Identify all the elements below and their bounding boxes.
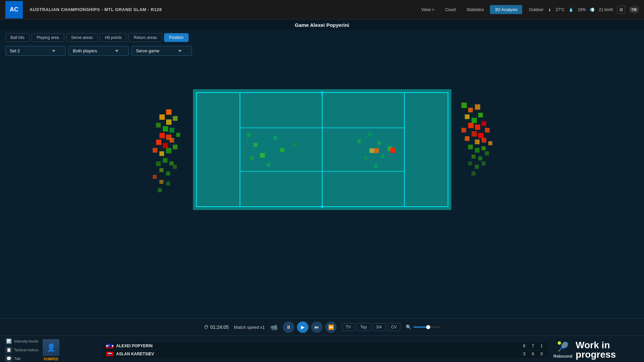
game-type-dropdown-value: Serve game [136,48,159,53]
svg-rect-73 [475,148,480,153]
player-1-score-1: 6 [521,344,527,348]
view-top-button[interactable]: Top [356,323,370,331]
svg-rect-23 [374,165,378,168]
player-1-flag: 🇦🇺 [106,344,113,348]
svg-rect-74 [482,146,486,150]
svg-rect-58 [475,104,480,110]
game-type-dropdown[interactable]: Serve game [132,46,192,56]
svg-rect-35 [169,128,174,133]
players-dropdown[interactable]: Both players [68,46,129,56]
player-2-flag: 🇷🇺 [106,352,113,356]
svg-rect-26 [390,148,396,153]
zoom-slider-container: 🔍 [406,324,440,330]
svg-rect-72 [468,145,473,149]
help-button[interactable]: ? [631,5,639,13]
svg-rect-11 [247,133,251,137]
zoom-icon: 🔍 [406,324,411,330]
svg-rect-62 [468,123,474,128]
svg-rect-33 [156,123,161,127]
nav-3d-analysis[interactable]: 3D Analysis [490,5,522,14]
svg-rect-38 [156,140,161,145]
svg-rect-30 [159,114,165,120]
camera-icon: 📹 [270,323,278,331]
svg-point-9 [321,205,324,208]
svg-rect-39 [163,143,168,148]
svg-rect-79 [468,161,472,165]
tab-serve-areas[interactable]: Serve areas [66,33,98,42]
tab-position[interactable]: Position [164,33,189,42]
svg-rect-14 [267,163,270,166]
svg-point-8 [321,91,324,94]
wind-icon: 💨 [590,7,595,12]
tab-return-areas[interactable]: Return areas [129,33,162,42]
svg-rect-56 [461,103,467,108]
svg-rect-71 [482,138,486,143]
weather-condition: Outdoor [529,7,543,12]
nav-statistics[interactable]: Statistics [462,5,489,14]
svg-rect-13 [260,153,265,158]
players-dropdown-arrow [115,50,118,52]
svg-rect-18 [294,143,297,146]
bottom-left-panel: 📊 Intensity levels 📋 Tactical instruc. 💬… [0,336,101,362]
bottom-section: ⏱ 01:24:05 Match speed x1 📹 ⏸ ▶ ⏭ ⏩ TV T… [0,318,644,362]
play-button[interactable]: ▶ [297,321,308,333]
forward-button[interactable]: ⏩ [325,321,337,333]
tab-ball-hits[interactable]: Ball hits [5,33,30,42]
weather-wind: 21 km/h [599,7,613,12]
player-avatar-area: 👤 PUMPED [43,339,59,361]
nav-court[interactable]: Court [440,5,460,14]
timer-display: ⏱ 01:24:05 [204,324,229,330]
svg-rect-43 [159,151,164,156]
sidebar-item-talk[interactable]: 💬 Talk [5,355,39,362]
svg-rect-57 [468,108,473,112]
player-1-name: ALEXEI POPYERIN [116,344,518,348]
top-navigation-bar: AC AUSTRALIAN CHAMPIONSHIPS - MTL GRAND … [0,0,644,19]
svg-rect-49 [159,168,163,172]
svg-rect-28 [369,148,374,153]
svg-rect-75 [488,141,492,145]
svg-rect-82 [472,171,476,175]
svg-rect-76 [472,155,476,159]
sidebar-item-intensity[interactable]: 📊 Intensity levels [5,338,39,345]
tab-playing-area[interactable]: Playing area [32,33,64,42]
zoom-slider[interactable] [413,326,440,328]
svg-rect-25 [364,156,367,160]
left-heatmap [119,96,193,203]
svg-rect-64 [482,121,486,126]
nav-view[interactable]: View > [416,5,439,14]
match-title: AUSTRALIAN CHAMPIONSHIPS - MTL GRAND SLA… [30,7,410,12]
svg-rect-32 [173,116,178,121]
rebound-label: Rebound [553,354,572,359]
pause-button[interactable]: ⏸ [283,321,294,333]
next-button[interactable]: ⏭ [311,321,323,333]
svg-rect-22 [381,155,384,158]
sidebar-item-tactical[interactable]: 📋 Tactical instruc. [5,347,39,353]
set-dropdown[interactable]: Set 2 [5,46,66,56]
player-2-name: ASLAN KARETSIEV [116,352,518,356]
tab-hit-points[interactable]: Hit points [100,33,127,42]
players-row: 📊 Intensity levels 📋 Tactical instruc. 💬… [0,336,644,362]
svg-rect-17 [250,156,253,160]
view-buttons: TV Top 3/4 CV [342,323,400,331]
player-avatar: 👤 [43,339,59,356]
svg-rect-44 [166,148,171,153]
view-tv-button[interactable]: TV [342,323,354,331]
settings-icon[interactable]: ⚙ [617,6,625,14]
zoom-thumb [426,325,430,329]
player-row-2[interactable]: 🇷🇺 ASLAN KARETSIEV 3 6 0 [103,350,548,358]
players-dropdown-value: Both players [73,48,97,53]
set-dropdown-arrow [52,50,55,52]
intensity-icon: 📊 [5,338,12,345]
weather-temp: 27°C [556,7,565,12]
player-row-1[interactable]: 🇦🇺 ALEXEI POPYERIN 6 7 1 [103,342,548,350]
svg-rect-60 [472,118,477,123]
svg-rect-81 [482,161,486,165]
nav-items: View > Court Statistics 3D Analysis [416,5,522,14]
svg-rect-41 [176,133,180,137]
view-cv-button[interactable]: CV [388,323,401,331]
playback-controls: ⏸ ▶ ⏭ ⏩ [283,321,337,333]
svg-rect-19 [367,133,371,137]
svg-rect-52 [153,175,157,179]
view-3-4-button[interactable]: 3/4 [373,323,386,331]
svg-rect-47 [156,161,161,166]
